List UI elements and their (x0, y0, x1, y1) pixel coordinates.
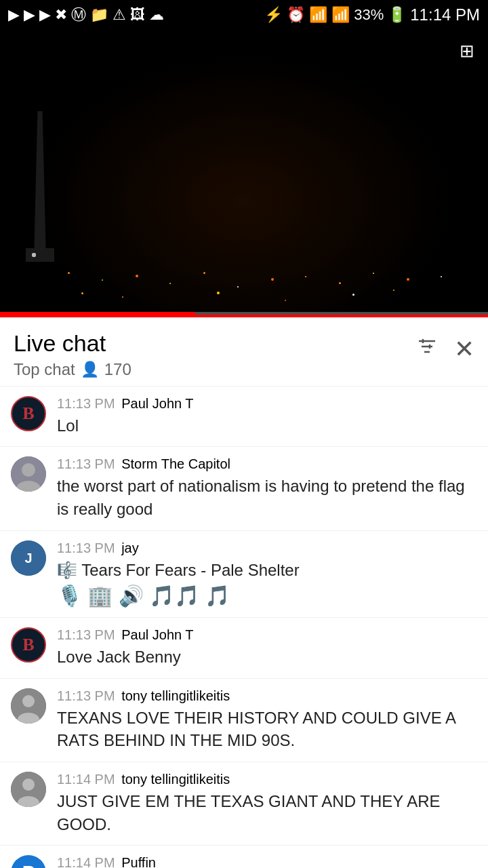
message-emojis: 🎙️ 🏢 🔊 🎵🎵 🎵 (57, 584, 477, 608)
chat-message: 11:14 PM tony tellingitlikeitis JUST GIV… (0, 762, 488, 846)
icon-cloud: ☁ (149, 6, 164, 24)
chat-message: B 11:13 PM Paul John T Love Jack Benny (0, 618, 488, 679)
chat-header-left: Live chat Top chat 👤 170 (14, 330, 131, 379)
avatar: B (11, 396, 46, 431)
message-time: 11:13 PM (57, 456, 115, 471)
avatar: B (11, 627, 46, 663)
message-username: Paul John T (121, 396, 193, 411)
message-username: Storm The Capitol (121, 456, 230, 471)
time-display: 11:14 PM (410, 5, 480, 24)
chat-header-actions[interactable]: ✕ (416, 330, 474, 363)
signal-icon: 📶 (331, 6, 350, 24)
message-meta: 11:14 PM tony tellingitlikeitis (57, 772, 477, 787)
avatar: J (11, 540, 46, 576)
chat-message: B 11:13 PM Paul John T Lol (0, 387, 488, 448)
message-time: 11:13 PM (57, 396, 115, 411)
message-text: Lol (57, 414, 477, 437)
chat-message: P 11:14 PM Puffin Texans kinda lie (0, 846, 488, 868)
battery-icon: 🔋 (388, 6, 406, 24)
icon-youtube2: ▶ (24, 6, 35, 24)
svg-point-14 (22, 778, 35, 791)
chat-header-sub[interactable]: Top chat 👤 170 (14, 360, 131, 379)
video-settings-icon[interactable]: ⊞ (460, 41, 474, 62)
message-username: tony tellingitlikeitis (121, 688, 230, 703)
message-body: 11:13 PM Paul John T Love Jack Benny (57, 627, 477, 669)
video-player[interactable]: ⊞ (0, 30, 488, 315)
message-meta: 11:13 PM Paul John T (57, 396, 477, 412)
chat-message: J 11:13 PM jay 🎼 Tears For Fears - Pale … (0, 531, 488, 618)
video-background (0, 30, 488, 315)
message-text: JUST GIVE EM THE TEXAS GIANT AND THEY AR… (57, 790, 477, 835)
message-text: 🎼 Tears For Fears - Pale Shelter (57, 559, 477, 582)
message-body: 11:14 PM tony tellingitlikeitis JUST GIV… (57, 772, 477, 835)
message-meta: 11:13 PM jay (57, 540, 477, 556)
message-body: 11:13 PM jay 🎼 Tears For Fears - Pale Sh… (57, 540, 477, 608)
video-progress-bar[interactable] (0, 312, 488, 315)
icon-folder: 📁 (90, 6, 108, 24)
icon-phone: ✖ (55, 6, 67, 24)
battery-text: 33% (354, 6, 384, 24)
status-icons-right: ⚡ ⏰ 📶 📶 33% 🔋 11:14 PM (264, 5, 480, 24)
filter-icon[interactable] (416, 336, 438, 363)
message-username: jay (121, 540, 139, 555)
message-body: 11:14 PM Puffin Texans kinda lie (57, 855, 477, 868)
city-lights (0, 233, 488, 315)
icon-warning: ⚠ (113, 6, 126, 24)
message-text: TEXANS LOVE THEIR HISTORY AND COULD GIVE… (57, 707, 477, 752)
message-meta: 11:14 PM Puffin (57, 855, 477, 868)
avatar (11, 456, 46, 492)
chat-message: 11:13 PM tony tellingitlikeitis TEXANS L… (0, 679, 488, 762)
close-icon[interactable]: ✕ (454, 335, 474, 363)
icon-image: 🖼 (130, 6, 145, 24)
svg-point-6 (22, 463, 35, 477)
bluetooth-icon: ⚡ (264, 6, 283, 24)
chat-messages-list: B 11:13 PM Paul John T Lol 11:13 PM Stor… (0, 387, 488, 868)
message-time: 11:14 PM (57, 855, 115, 868)
message-time: 11:13 PM (57, 540, 115, 555)
svg-text:J: J (24, 551, 32, 566)
message-meta: 11:13 PM tony tellingitlikeitis (57, 688, 477, 704)
icon-youtube1: ▶ (8, 6, 20, 24)
video-progress-fill (0, 312, 195, 315)
icon-meta: Ⓜ (71, 5, 86, 25)
message-time: 11:13 PM (57, 627, 115, 642)
avatar (11, 688, 46, 724)
message-username: Paul John T (121, 627, 193, 642)
message-body: 11:13 PM Paul John T Lol (57, 396, 477, 437)
message-time: 11:14 PM (57, 772, 115, 787)
live-chat-title: Live chat (14, 330, 131, 357)
message-meta: 11:13 PM Paul John T (57, 627, 477, 643)
avatar (11, 772, 46, 807)
message-username: tony tellingitlikeitis (121, 772, 230, 787)
message-body: 11:13 PM Storm The Capitol the worst par… (57, 456, 477, 520)
message-body: 11:13 PM tony tellingitlikeitis TEXANS L… (57, 688, 477, 752)
message-time: 11:13 PM (57, 688, 115, 703)
chat-header: Live chat Top chat 👤 170 ✕ (0, 317, 488, 387)
icon-youtube3: ▶ (39, 6, 51, 24)
message-meta: 11:13 PM Storm The Capitol (57, 456, 477, 472)
alarm-icon: ⏰ (287, 6, 305, 24)
status-icons-left: ▶ ▶ ▶ ✖ Ⓜ 📁 ⚠ 🖼 ☁ (8, 5, 164, 25)
wifi-icon: 📶 (309, 6, 327, 24)
message-username: Puffin (121, 855, 156, 868)
viewer-icon: 👤 (81, 361, 99, 378)
message-text: Love Jack Benny (57, 646, 477, 669)
status-bar: ▶ ▶ ▶ ✖ Ⓜ 📁 ⚠ 🖼 ☁ ⚡ ⏰ 📶 📶 33% 🔋 11:14 PM (0, 0, 488, 30)
message-text: the worst part of nationalism is having … (57, 475, 477, 520)
svg-point-11 (22, 695, 35, 707)
chat-message: 11:13 PM Storm The Capitol the worst par… (0, 447, 488, 530)
viewer-count: 170 (104, 360, 131, 379)
top-chat-label[interactable]: Top chat (14, 360, 75, 379)
avatar: P (11, 855, 46, 868)
